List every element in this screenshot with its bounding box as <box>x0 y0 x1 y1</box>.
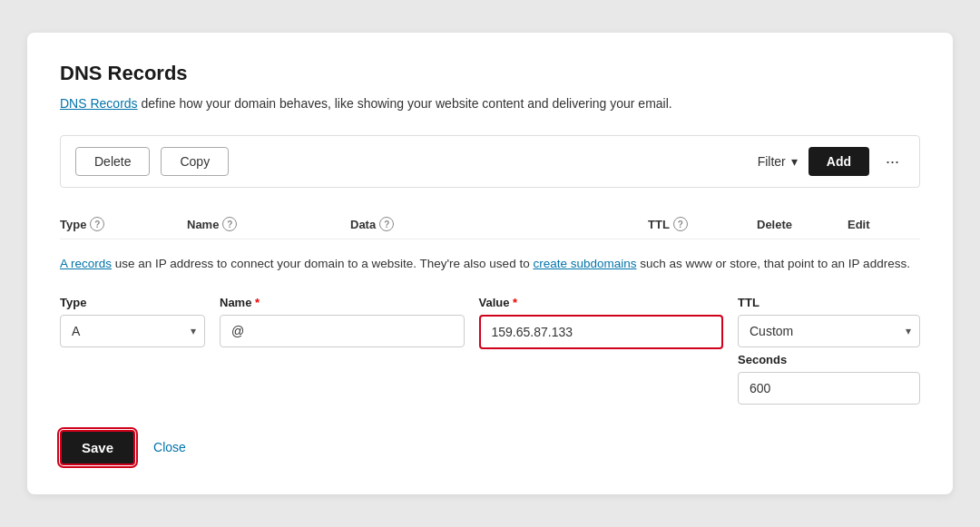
toolbar-left: Delete Copy <box>75 147 229 176</box>
more-button[interactable]: ··· <box>880 151 905 173</box>
seconds-label: Seconds <box>738 353 920 366</box>
type-select-wrapper: A AAAA CNAME MX TXT NS SRV ▾ <box>60 315 205 347</box>
ttl-select-wrapper: Custom 1 hour 6 hours 12 hours 1 day 1 w… <box>738 315 920 347</box>
toolbar-right: Filter ▾ Add ··· <box>758 147 905 176</box>
col-type: Type ? <box>60 217 187 231</box>
ttl-help-icon[interactable]: ? <box>673 217 688 231</box>
type-group: Type A AAAA CNAME MX TXT NS SRV ▾ <box>60 296 205 347</box>
close-button[interactable]: Close <box>153 440 186 454</box>
value-group: Value * <box>479 296 724 349</box>
type-help-icon[interactable]: ? <box>90 217 104 231</box>
data-help-icon[interactable]: ? <box>379 217 394 231</box>
seconds-input[interactable] <box>738 372 920 405</box>
dns-records-link[interactable]: DNS Records <box>60 96 138 111</box>
col-edit: Edit <box>848 217 920 231</box>
add-button[interactable]: Add <box>808 147 869 176</box>
ttl-label: TTL <box>738 296 920 309</box>
table-header: Type ? Name ? Data ? TTL ? Delete Edit <box>60 210 920 239</box>
ttl-group: TTL Custom 1 hour 6 hours 12 hours 1 day… <box>738 296 920 405</box>
name-label: Name * <box>220 296 465 309</box>
create-subdomains-link[interactable]: create subdomains <box>533 257 636 270</box>
record-form: Type A AAAA CNAME MX TXT NS SRV ▾ <box>60 296 920 405</box>
type-label: Type <box>60 296 205 309</box>
value-required-indicator: * <box>513 296 517 309</box>
form-grid: Type A AAAA CNAME MX TXT NS SRV ▾ <box>60 296 920 405</box>
col-ttl: TTL ? <box>648 217 757 231</box>
type-select[interactable]: A AAAA CNAME MX TXT NS SRV <box>60 315 205 347</box>
chevron-down-icon: ▾ <box>791 154 798 169</box>
ttl-select[interactable]: Custom 1 hour 6 hours 12 hours 1 day 1 w… <box>738 315 920 347</box>
value-label: Value * <box>479 296 724 309</box>
footer-actions: Save Close <box>60 430 920 465</box>
save-button[interactable]: Save <box>60 430 135 465</box>
page-description: DNS Records define how your domain behav… <box>60 94 920 113</box>
name-required-indicator: * <box>255 296 260 309</box>
name-group: Name * <box>220 296 465 347</box>
value-input[interactable] <box>479 315 724 349</box>
col-delete: Delete <box>757 217 848 231</box>
ttl-select-group: TTL Custom 1 hour 6 hours 12 hours 1 day… <box>738 296 920 347</box>
col-name: Name ? <box>187 217 350 231</box>
copy-button[interactable]: Copy <box>161 147 229 176</box>
name-help-icon[interactable]: ? <box>222 217 237 231</box>
name-input[interactable] <box>220 315 465 347</box>
dns-records-card: DNS Records DNS Records define how your … <box>27 33 953 494</box>
info-box: A records use an IP address to connect y… <box>60 254 920 274</box>
col-data: Data ? <box>350 217 648 231</box>
page-title: DNS Records <box>60 62 920 85</box>
delete-button[interactable]: Delete <box>75 147 150 176</box>
toolbar: Delete Copy Filter ▾ Add ··· <box>60 135 920 188</box>
filter-button[interactable]: Filter ▾ <box>758 154 798 169</box>
seconds-group: Seconds <box>738 353 920 405</box>
a-records-link[interactable]: A records <box>60 257 112 270</box>
